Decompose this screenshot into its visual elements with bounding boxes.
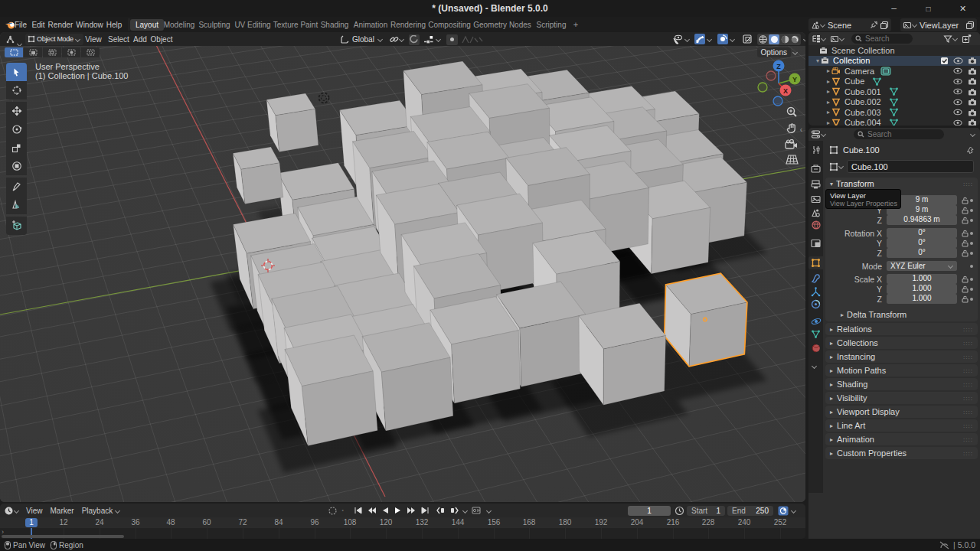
svg-text:Y: Y (792, 76, 797, 83)
svg-text:Z: Z (776, 63, 781, 70)
svg-text:X: X (783, 87, 788, 95)
